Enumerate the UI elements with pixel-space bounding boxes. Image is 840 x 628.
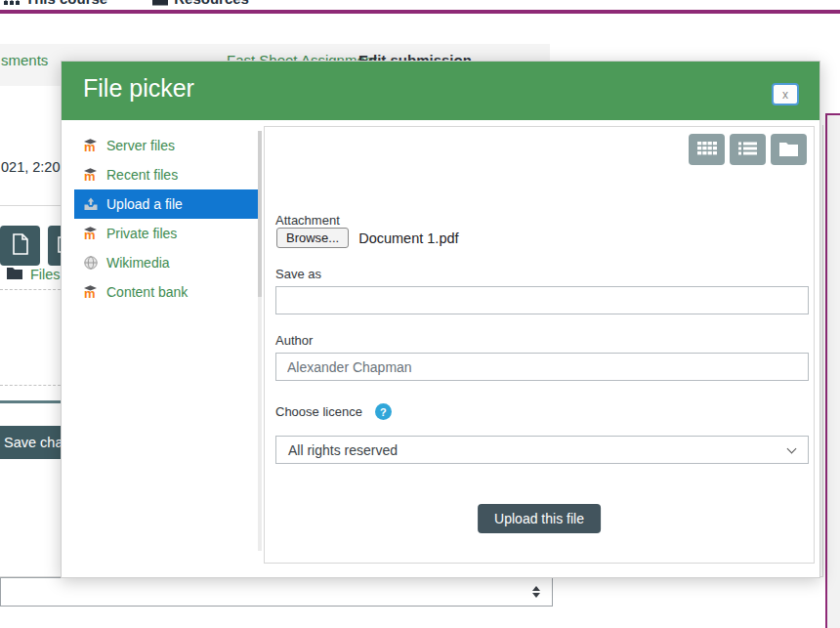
upload-this-file-button[interactable]: Upload this file [478, 504, 601, 533]
dialog-header: File picker x [62, 62, 819, 120]
grid-view-button[interactable] [689, 134, 725, 165]
repo-item-private-files[interactable]: m Private files [74, 219, 262, 248]
repo-item-content-bank[interactable]: m Content bank [74, 277, 262, 307]
browse-button[interactable]: Browse... [276, 228, 349, 248]
author-label: Author [275, 333, 313, 348]
attachment-field: Browse... Document 1.pdf [276, 228, 459, 248]
file-picker-dialog: File picker x m Server files m Recent fi… [61, 61, 820, 578]
nav-this-course-label: This course [25, 0, 107, 7]
repo-label: Wikimedia [106, 255, 170, 271]
nav-resources-label: Resources [174, 0, 249, 7]
author-input[interactable] [275, 353, 809, 381]
moodle-icon: m [83, 284, 99, 300]
repository-list: m Server files m Recent files Upload a f… [74, 131, 262, 307]
licence-select[interactable]: All rights reserved [275, 436, 809, 464]
sitemap-icon [4, 0, 20, 7]
repo-label: Content bank [106, 284, 188, 300]
view-toggle-bar [689, 134, 807, 165]
licence-label: Choose licence [275, 404, 362, 419]
close-button[interactable]: x [772, 83, 799, 105]
licence-selected-value: All rights reserved [288, 442, 398, 458]
repo-label: Server files [106, 138, 175, 153]
divider [0, 400, 61, 403]
upload-icon [83, 196, 99, 212]
dropzone-border-top [0, 289, 61, 290]
page: This course Resources sments Fast Sheet … [0, 0, 840, 628]
chevron-down-icon [787, 444, 797, 454]
help-icon[interactable]: ? [375, 403, 392, 420]
repo-label: Upload a file [106, 196, 183, 212]
files-section: Files [7, 266, 61, 283]
side-block-region [825, 113, 840, 628]
attachment-label: Attachment [275, 213, 340, 228]
breadcrumb-assessments[interactable]: sments [1, 52, 48, 68]
page-bottom-select[interactable] [0, 577, 553, 607]
folder-icon [152, 0, 168, 7]
add-file-button[interactable] [0, 226, 40, 266]
list-view-button[interactable] [730, 134, 766, 165]
top-navigation: This course Resources [4, 0, 294, 7]
dialog-title: File picker [83, 74, 194, 103]
repo-label: Recent files [106, 167, 178, 183]
repo-label: Private files [106, 226, 177, 241]
attachment-filename: Document 1.pdf [358, 230, 458, 246]
divider [822, 125, 823, 576]
folder-icon [7, 266, 22, 283]
repo-item-recent-files[interactable]: m Recent files [74, 160, 262, 189]
divider [0, 205, 61, 206]
grid-view-icon [697, 141, 717, 159]
file-picker-content: Attachment Browse... Document 1.pdf Save… [264, 126, 815, 564]
moodle-icon: m [83, 138, 99, 153]
repo-item-upload-a-file[interactable]: Upload a file [74, 189, 262, 219]
nav-resources[interactable]: Resources [152, 0, 249, 7]
moodle-icon: m [83, 226, 99, 241]
select-spinner-icon [532, 586, 540, 598]
licence-label-row: Choose licence ? [275, 403, 392, 420]
nav-this-course[interactable]: This course [4, 0, 107, 7]
repo-item-server-files[interactable]: m Server files [74, 131, 262, 160]
sidebar-scrollbar[interactable] [258, 131, 262, 551]
brand-accent-bar [0, 10, 840, 14]
add-file-icon [11, 233, 30, 259]
dropzone-border-bottom [0, 385, 61, 386]
wikimedia-icon [83, 255, 99, 271]
files-label[interactable]: Files [30, 267, 61, 282]
folder-view-icon [779, 141, 798, 159]
folder-view-button[interactable] [771, 134, 807, 165]
repo-item-wikimedia[interactable]: Wikimedia [74, 248, 262, 277]
moodle-icon: m [83, 167, 99, 183]
list-view-icon [738, 141, 757, 159]
save-as-label: Save as [275, 267, 321, 281]
save-as-input[interactable] [275, 286, 809, 314]
